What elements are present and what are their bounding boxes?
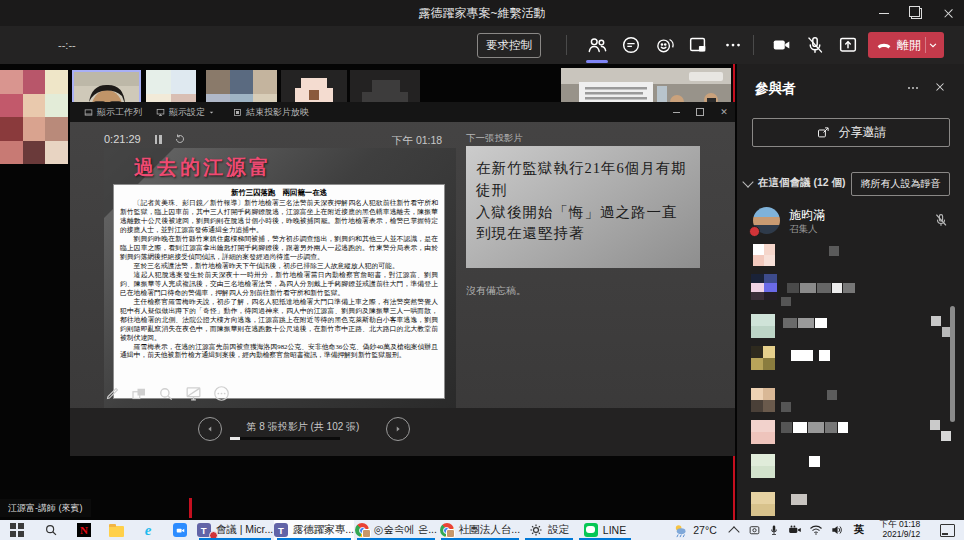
gear-icon <box>529 523 543 537</box>
share-invite-icon <box>816 125 831 140</box>
participant-name: 施昀滿 <box>789 207 825 224</box>
ppt-show-taskbar-button[interactable]: 顯示工作列 <box>84 106 142 119</box>
ppt-window-chrome: 顯示工作列 顯示設定 結束投影片放映 ✕ <box>70 102 735 122</box>
camera-icon[interactable] <box>765 29 798 61</box>
panel-title: 參與者 <box>755 80 796 98</box>
tray-mic-icon[interactable] <box>764 520 784 540</box>
participant-list-anonymized[interactable] <box>745 242 960 522</box>
zoom-app-icon[interactable] <box>164 520 196 540</box>
slide-progress-bar <box>230 437 340 440</box>
meeting-toolbar: --:-- 要求控制 <box>0 26 964 64</box>
meeting-timer: --:-- <box>58 26 76 64</box>
hang-up-icon <box>875 36 893 54</box>
more-options-icon[interactable] <box>716 29 749 61</box>
mic-off-icon[interactable] <box>798 29 831 61</box>
ppt-display-settings-button[interactable]: 顯示設定 <box>156 106 219 119</box>
weather-icon <box>673 523 688 538</box>
mute-all-button[interactable]: 將所有人設為靜音 <box>851 172 950 196</box>
article-paragraph: 主任檢察官羅雪梅昨天說，初步了解，四名人犯抵達地檢署大門口準備上車之際，有法警突… <box>120 298 438 343</box>
request-control-button[interactable]: 要求控制 <box>477 33 541 58</box>
slide-counter: 第 8 張投影片 (共 102 張) <box>228 420 378 434</box>
search-icon[interactable] <box>34 520 68 540</box>
notification-badge <box>209 531 218 540</box>
start-button[interactable] <box>0 520 34 540</box>
slides-grid-icon[interactable] <box>130 385 148 403</box>
tray-volume-icon[interactable] <box>826 520 848 540</box>
ppt-elapsed-timer: 0:21:29 <box>104 133 141 145</box>
share-invite-button[interactable]: 分享邀請 <box>752 118 950 147</box>
ppt-end-show-button[interactable]: 結束投影片放映 <box>233 106 309 119</box>
panel-close-icon[interactable] <box>933 80 947 94</box>
taskbar-item-chrome-2[interactable]: 社團法人台... <box>438 520 522 540</box>
participant-row[interactable]: 施昀滿 召集人 <box>747 204 954 242</box>
reactions-icon[interactable] <box>648 29 681 61</box>
leave-button[interactable]: 離開 <box>868 32 944 58</box>
in-meeting-section-header[interactable]: 在這個會議 (12 個) <box>742 176 846 190</box>
chevron-down-icon <box>742 176 753 187</box>
next-slide-label: 下一張投影片 <box>466 132 523 145</box>
taskbar-clock[interactable]: 下午 01:18 2021/9/12 <box>870 520 930 540</box>
next-slide-text: 入獄後開始「悔」過之路一直到現在還堅持著 <box>476 202 690 246</box>
taskbar-item-chrome-1[interactable]: ◎숲속에 온... <box>354 520 438 540</box>
ppt-clock: 下午 01:18 <box>392 134 442 148</box>
video-tile[interactable] <box>0 70 68 164</box>
chat-icon[interactable] <box>614 29 647 61</box>
magnifier-icon[interactable] <box>157 385 175 403</box>
tray-camera-icon[interactable] <box>784 520 806 540</box>
taskbar-item-settings[interactable]: 設定 <box>522 520 576 540</box>
taskbar-item-teams-app[interactable]: T露德躍家專... <box>274 520 354 540</box>
pause-icon[interactable] <box>155 135 162 144</box>
minimize-icon[interactable] <box>868 0 900 26</box>
participants-icon[interactable] <box>580 29 613 61</box>
restart-timer-icon[interactable] <box>174 133 186 145</box>
close-icon[interactable] <box>932 0 964 26</box>
window-title: 露德躍家專案~維繫活動 <box>0 0 964 26</box>
participant-mic-off-icon[interactable] <box>933 212 949 228</box>
teams-meeting-window: 露德躍家專案~維繫活動 --:-- 要求控制 <box>0 0 964 540</box>
tray-wifi-icon[interactable] <box>806 520 826 540</box>
next-slide-text: 在新竹監獄執行21年6個月有期徒刑 <box>476 158 690 202</box>
active-panel-underline <box>586 60 608 63</box>
weather-widget[interactable]: 27°C <box>666 520 724 540</box>
internet-explorer-icon[interactable]: e <box>132 520 164 540</box>
previous-slide-icon[interactable] <box>198 417 222 441</box>
chevron-down-icon[interactable] <box>926 38 940 52</box>
presenter-name-label: 江源富-講師 (來賓) <box>0 499 91 517</box>
article-paragraph: 羅雪梅表示，在逃的江源富先前因被查獲海洛因982公克、安非他命36公克、偽鈔40… <box>120 343 438 361</box>
next-slide-preview[interactable]: 在新竹監獄執行21年6個月有期徒刑 入獄後開始「悔」過之路一直到現在還堅持著 <box>466 146 700 268</box>
ppt-timer-row: 0:21:29 <box>104 132 186 146</box>
file-explorer-icon[interactable] <box>100 520 132 540</box>
slide-article: 新竹三囚落跑 兩回籠一在逃 〔記者黃美珠、彭日鏡／新竹報導〕新竹地檢署三名法警前… <box>113 184 445 399</box>
ppt-minimize-icon[interactable] <box>669 105 683 119</box>
article-paragraph: 這起人犯脫逃案發生於前天深夜十一時卅分，新竹地檢署當日內勤檢察官詹昭書，對江源富… <box>120 271 438 298</box>
tray-input-language[interactable]: 英 <box>848 520 870 540</box>
netflix-icon[interactable]: N <box>68 520 100 540</box>
black-screen-icon[interactable] <box>184 384 203 403</box>
slide-title: 過去的江源富 <box>134 154 272 181</box>
share-screen-icon[interactable] <box>831 29 864 61</box>
taskbar-item-line[interactable]: LINE <box>576 520 634 540</box>
scrollbar[interactable] <box>950 306 955 422</box>
ppt-close-icon[interactable]: ✕ <box>717 105 731 119</box>
tray-display-icon[interactable] <box>744 520 764 540</box>
divider <box>566 35 567 55</box>
shared-powerpoint-window: 顯示工作列 顯示設定 結束投影片放映 ✕ 0:21:29 下午 01:18 <box>70 102 735 456</box>
maximize-icon[interactable] <box>900 0 932 26</box>
next-slide-icon[interactable] <box>386 417 410 441</box>
action-center-icon[interactable] <box>930 520 964 540</box>
pen-icon[interactable] <box>104 385 121 402</box>
slide-nav-strip: 第 8 張投影片 (共 102 張) <box>70 408 735 456</box>
taskbar-item-teams-meeting[interactable]: T 會議 | Micr... <box>196 520 274 540</box>
notes-placeholder: 沒有備忘稿。 <box>466 284 526 298</box>
window-titlebar: 露德躍家專案~維繫活動 <box>0 0 964 26</box>
panel-more-icon[interactable] <box>905 80 921 96</box>
more-tools-icon[interactable] <box>212 384 231 403</box>
ppt-maximize-icon[interactable] <box>693 105 707 119</box>
article-paragraph: 劉興鈞昨晚在新竹縣竹東鎮住處樓梯間被捕，警方初步調查指出，劉興鈞和其他三人並不認… <box>120 235 438 262</box>
tray-expand-icon[interactable] <box>724 520 744 540</box>
presenter-tools <box>104 384 240 403</box>
current-slide: 過去的江源富 新竹三囚落跑 兩回籠一在逃 〔記者黃美珠、彭日鏡／新竹報導〕新竹地… <box>104 148 456 408</box>
line-icon <box>584 523 598 537</box>
breakout-rooms-icon[interactable] <box>681 29 714 61</box>
article-paragraph: 〔記者黃美珠、彭日鏡／新竹報導〕新竹地檢署三名法警前天深夜押解四名人犯欲前往新竹… <box>120 199 438 235</box>
